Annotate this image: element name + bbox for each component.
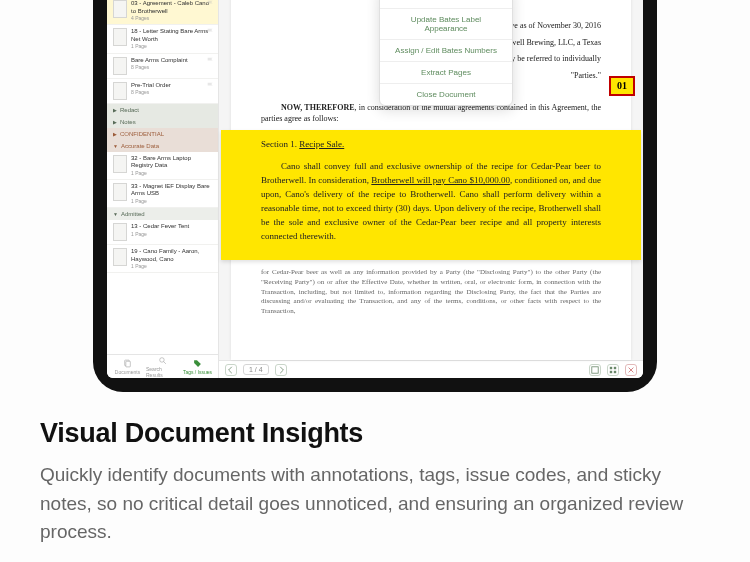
- document-pane: 1 / 1 BEERCO-000000004 AGREEMENT Agreeme…: [219, 0, 643, 378]
- section-confidential[interactable]: ▶CONFIDENTIAL: [107, 128, 218, 140]
- doc-item-title: 18 - Letter Stating Bare Arms Net Worth: [131, 28, 214, 43]
- doc-item-title: 32 - Bare Arms Laptop Registry Data: [131, 155, 214, 170]
- doc-item-title: 33 - Magnet IEF Display Bare Arms USB: [131, 183, 214, 198]
- menu-bates-appearance[interactable]: Update Bates Label Appearance: [380, 9, 512, 40]
- doc-thumb-icon: [113, 0, 127, 18]
- tag-icon: [193, 359, 202, 368]
- doc-item-meta: 1 Page: [131, 198, 214, 204]
- doc-thumb-icon: [113, 28, 127, 46]
- toolbar-action-b[interactable]: [607, 364, 619, 376]
- toolbar-close-button[interactable]: [625, 364, 637, 376]
- doc-item[interactable]: 32 - Bare Arms Laptop Registry Data1 Pag…: [107, 152, 218, 180]
- doc-item-meta: 1 Page: [131, 231, 214, 237]
- doc-thumb-icon: [113, 183, 127, 201]
- menu-close-document[interactable]: Close Document: [380, 84, 512, 105]
- doc-item[interactable]: 33 - Magnet IEF Display Bare Arms USB1 P…: [107, 180, 218, 208]
- doc-item-meta: 1 Page: [131, 43, 214, 49]
- chevron-left-icon: [227, 366, 235, 374]
- sticky-note-tag[interactable]: 01: [609, 76, 635, 96]
- section-notes[interactable]: ▶Notes: [107, 116, 218, 128]
- doc-item[interactable]: 18 - Letter Stating Bare Arms Net Worth1…: [107, 25, 218, 53]
- doc-item-meta: 4 Pages: [131, 15, 214, 21]
- document-context-menu: Rename Document Update Bates Label Appea…: [379, 0, 513, 106]
- doc-paragraph: NOW, THEREFORE, in consideration of the …: [261, 103, 601, 125]
- section-heading: Section 1. Recipe Sale.: [261, 138, 601, 152]
- tab-search[interactable]: Search Results: [146, 356, 179, 378]
- tab-search-label: Search Results: [146, 366, 179, 378]
- doc-item-meta: 1 Page: [131, 263, 214, 269]
- toolbar-action-a[interactable]: [589, 364, 601, 376]
- svg-rect-7: [610, 370, 612, 372]
- marketing-body: Quickly identify documents with annotati…: [40, 461, 710, 547]
- tab-documents-label: Documents: [115, 369, 140, 375]
- section-confidential-label: CONFIDENTIAL: [120, 131, 164, 137]
- doc-item-title: 03 - Agreement - Caleb Cano to Brotherwe…: [131, 0, 214, 15]
- doc-item-meta: 1 Page: [131, 170, 214, 176]
- doc-item-title: Bare Arms Complaint: [131, 57, 214, 65]
- prev-page-button[interactable]: [225, 364, 237, 376]
- svg-rect-1: [126, 361, 131, 367]
- flag-icon: [207, 28, 214, 35]
- document-bottom-toolbar: 1 / 4: [219, 360, 643, 378]
- section-admitted[interactable]: ▼Admitted: [107, 208, 218, 220]
- tab-tags-label: Tags / Issues: [183, 369, 212, 375]
- doc-thumb-icon: [113, 57, 127, 75]
- svg-point-2: [160, 357, 165, 362]
- svg-rect-5: [610, 366, 612, 368]
- marketing-block: Visual Document Insights Quickly identif…: [40, 418, 710, 547]
- highlighted-section: Section 1. Recipe Sale. Cano shall conve…: [221, 130, 641, 260]
- app-screen: Collapse All Expand All ▼Pen 03 - Agreem…: [107, 0, 643, 378]
- section-redact[interactable]: ▶Redact: [107, 104, 218, 116]
- svg-rect-4: [592, 366, 598, 372]
- documents-icon: [123, 359, 132, 368]
- close-icon: [627, 366, 635, 374]
- section-admitted-label: Admitted: [121, 211, 145, 217]
- doc-item-meta: 8 Pages: [131, 89, 214, 95]
- sidebar-bottom-tabs: Documents Search Results Tags / Issues: [107, 354, 218, 378]
- doc-item[interactable]: 03 - Agreement - Caleb Cano to Brotherwe…: [107, 0, 218, 25]
- svg-line-3: [164, 361, 166, 363]
- flag-icon: [207, 82, 214, 89]
- svg-rect-8: [614, 370, 616, 372]
- section-accurate-label: Accurate Data: [121, 143, 159, 149]
- menu-bates-assign[interactable]: Assign / Edit Bates Numbers: [380, 40, 512, 62]
- section-accurate[interactable]: ▼Accurate Data: [107, 140, 218, 152]
- doc-item-title: 19 - Cano Family - Aaron, Haywood, Cano: [131, 248, 214, 263]
- section-redact-label: Redact: [120, 107, 139, 113]
- doc-item-title: Pre-Trial Order: [131, 82, 214, 90]
- menu-extract-pages[interactable]: Extract Pages: [380, 62, 512, 84]
- sidebar: Collapse All Expand All ▼Pen 03 - Agreem…: [107, 0, 219, 378]
- tab-documents[interactable]: Documents: [111, 359, 144, 375]
- resize-icon: [591, 366, 599, 374]
- doc-item[interactable]: 13 - Cedar Fever Tent1 Page: [107, 220, 218, 245]
- grid-icon: [609, 366, 617, 374]
- menu-rename[interactable]: Rename Document: [380, 0, 512, 9]
- chevron-right-icon: [277, 366, 285, 374]
- doc-thumb-icon: [113, 248, 127, 266]
- doc-paragraph: for Cedar-Pear beer as well as any infor…: [261, 268, 601, 317]
- svg-rect-6: [614, 366, 616, 368]
- tab-tags[interactable]: Tags / Issues: [181, 359, 214, 375]
- doc-item[interactable]: Bare Arms Complaint8 Pages: [107, 54, 218, 79]
- document-viewport[interactable]: BEERCO-000000004 AGREEMENT Agreement") i…: [219, 0, 643, 360]
- doc-item[interactable]: 19 - Cano Family - Aaron, Haywood, Cano1…: [107, 245, 218, 273]
- page-indicator[interactable]: 1 / 4: [243, 364, 269, 375]
- flag-icon: [207, 0, 214, 7]
- doc-thumb-icon: [113, 223, 127, 241]
- doc-item-title: 13 - Cedar Fever Tent: [131, 223, 214, 231]
- tablet-frame: Collapse All Expand All ▼Pen 03 - Agreem…: [93, 0, 657, 392]
- doc-thumb-icon: [113, 155, 127, 173]
- marketing-title: Visual Document Insights: [40, 418, 710, 449]
- section-notes-label: Notes: [120, 119, 136, 125]
- sidebar-body: ▼Pen 03 - Agreement - Caleb Cano to Brot…: [107, 0, 218, 354]
- doc-thumb-icon: [113, 82, 127, 100]
- doc-item-meta: 8 Pages: [131, 64, 214, 70]
- search-icon: [158, 356, 167, 365]
- flag-icon: [207, 57, 214, 64]
- doc-item[interactable]: Pre-Trial Order8 Pages: [107, 79, 218, 104]
- next-page-button[interactable]: [275, 364, 287, 376]
- section-body: Cano shall convey full and exclusive own…: [261, 160, 601, 244]
